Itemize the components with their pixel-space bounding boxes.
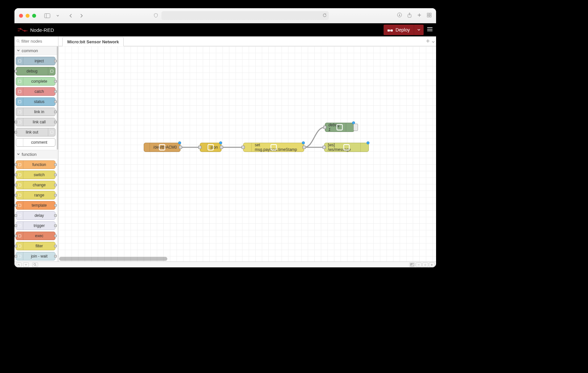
- node-input-port[interactable]: [323, 126, 326, 129]
- node-output-port[interactable]: [54, 184, 57, 186]
- palette-node[interactable]: exec: [16, 232, 55, 240]
- palette-node[interactable]: join - wait: [16, 252, 55, 260]
- footer-search-button[interactable]: [32, 262, 38, 267]
- node-input-port[interactable]: [14, 131, 17, 134]
- node-output-port[interactable]: [54, 204, 57, 207]
- flow-node-serial[interactable]: /dev/ttyACM0: [144, 143, 180, 152]
- palette-node[interactable]: function: [16, 160, 55, 169]
- node-input-port[interactable]: [14, 255, 17, 258]
- sidebar-toggle-button[interactable]: [43, 12, 51, 19]
- palette-node[interactable]: link call: [16, 118, 55, 126]
- node-output-port[interactable]: [54, 80, 57, 83]
- node-input-port[interactable]: [198, 146, 201, 149]
- close-window-button[interactable]: [19, 14, 23, 18]
- new-tab-icon[interactable]: [417, 13, 422, 19]
- palette-node[interactable]: inject: [16, 57, 55, 65]
- node-output-port[interactable]: [54, 245, 57, 247]
- palette-scrollbar[interactable]: [57, 46, 58, 261]
- zoom-reset-button[interactable]: ○: [422, 262, 428, 267]
- node-type-icon: [48, 128, 55, 136]
- node-output-port[interactable]: [54, 235, 57, 237]
- palette-node-label: link out: [16, 130, 48, 135]
- svg-point-38: [34, 263, 36, 265]
- node-output-port[interactable]: [54, 60, 57, 62]
- node-input-port[interactable]: [14, 121, 17, 123]
- node-output-port[interactable]: [220, 146, 223, 149]
- deploy-button[interactable]: Deploy: [384, 25, 414, 35]
- node-output-port[interactable]: [303, 146, 306, 149]
- palette-node[interactable]: complete: [16, 77, 55, 86]
- node-output-port[interactable]: [54, 255, 57, 258]
- node-input-port[interactable]: [14, 70, 17, 73]
- palette-node[interactable]: link in: [16, 108, 55, 116]
- flow-node-json[interactable]: json: [200, 143, 221, 152]
- svg-rect-11: [390, 30, 393, 31]
- node-output-port[interactable]: [54, 121, 57, 123]
- flow-node-change[interactable]: set msg.payload.timeStamp: [243, 143, 304, 152]
- maximize-window-button[interactable]: [32, 14, 36, 18]
- tab-menu-caret[interactable]: [432, 38, 435, 44]
- node-output-port[interactable]: [179, 146, 182, 149]
- node-input-port[interactable]: [14, 235, 17, 237]
- deploy-menu-caret[interactable]: [414, 25, 424, 35]
- palette-node[interactable]: comment: [16, 138, 55, 147]
- workspace-tab[interactable]: Micro:bit Sensor Network: [62, 37, 124, 46]
- node-input-port[interactable]: [14, 184, 17, 186]
- debug-enable-toggle[interactable]: [353, 124, 358, 131]
- main-menu-button[interactable]: [427, 27, 433, 33]
- node-output-port[interactable]: [54, 90, 57, 93]
- zoom-in-button[interactable]: +: [429, 262, 435, 267]
- footer-collapse-up-icon[interactable]: [16, 262, 22, 267]
- node-input-port[interactable]: [14, 224, 17, 227]
- back-button[interactable]: [67, 12, 75, 19]
- palette-node[interactable]: trigger: [16, 221, 55, 230]
- palette-node[interactable]: template: [16, 201, 55, 210]
- node-input-port[interactable]: [14, 174, 17, 176]
- palette-node[interactable]: debug: [16, 67, 55, 75]
- node-output-port[interactable]: [54, 214, 57, 217]
- flow-wire[interactable]: [304, 127, 325, 147]
- palette-node[interactable]: switch: [16, 171, 55, 179]
- palette-node-label: change: [23, 183, 55, 187]
- node-input-port[interactable]: [14, 194, 17, 197]
- palette-node[interactable]: change: [16, 181, 55, 189]
- palette-node[interactable]: range: [16, 191, 55, 199]
- node-input-port[interactable]: [14, 163, 17, 166]
- node-output-port[interactable]: [54, 224, 57, 227]
- privacy-report-icon[interactable]: [154, 13, 159, 18]
- address-bar[interactable]: [161, 11, 329, 20]
- flow-canvas[interactable]: /dev/ttyACM0jsonset msg.payload.timeStam…: [58, 46, 436, 261]
- zoom-out-button[interactable]: −: [416, 262, 422, 267]
- palette-category-header[interactable]: common: [14, 46, 57, 55]
- node-output-port[interactable]: [54, 100, 57, 103]
- forward-button[interactable]: [77, 12, 85, 19]
- node-output-port[interactable]: [54, 194, 57, 197]
- add-tab-button[interactable]: [426, 38, 430, 44]
- node-input-port[interactable]: [242, 146, 245, 149]
- sidebar-menu-caret[interactable]: [54, 12, 62, 19]
- downloads-icon[interactable]: [397, 12, 402, 19]
- palette-node[interactable]: delay: [16, 211, 55, 220]
- node-output-port[interactable]: [54, 111, 57, 113]
- flow-node-ws[interactable]: [ws] /ws/message: [324, 143, 369, 152]
- palette-node[interactable]: filter: [16, 242, 55, 250]
- navigator-toggle[interactable]: [409, 262, 415, 267]
- palette-node[interactable]: status: [16, 97, 55, 106]
- node-output-port[interactable]: [54, 174, 57, 176]
- node-input-port[interactable]: [14, 245, 17, 247]
- node-input-port[interactable]: [323, 146, 326, 149]
- node-input-port[interactable]: [14, 204, 17, 207]
- minimize-window-button[interactable]: [26, 14, 30, 18]
- canvas-horizontal-scrollbar[interactable]: [59, 257, 435, 261]
- node-input-port[interactable]: [14, 214, 17, 217]
- palette-category-header[interactable]: function: [14, 150, 57, 158]
- palette-node[interactable]: link out: [16, 128, 55, 136]
- flow-node-debug[interactable]: debug 1: [325, 123, 354, 132]
- palette-filter-input[interactable]: [21, 39, 56, 44]
- palette-node[interactable]: catch: [16, 87, 55, 96]
- node-output-port[interactable]: [54, 163, 57, 166]
- reload-icon[interactable]: [323, 13, 327, 19]
- tab-overview-icon[interactable]: [427, 13, 431, 19]
- footer-collapse-down-icon[interactable]: [23, 262, 29, 267]
- share-icon[interactable]: [407, 12, 412, 19]
